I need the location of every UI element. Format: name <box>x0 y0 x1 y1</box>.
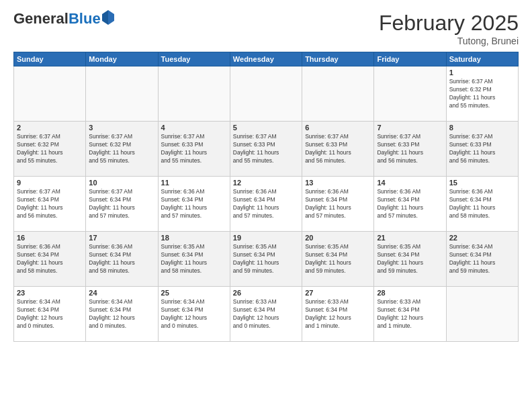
calendar-cell: 15Sunrise: 6:36 AMSunset: 6:34 PMDayligh… <box>446 177 518 232</box>
col-saturday: Saturday <box>446 52 518 66</box>
day-info: Sunrise: 6:36 AMSunset: 6:34 PMDaylight:… <box>17 243 83 275</box>
col-sunday: Sunday <box>14 52 86 66</box>
day-info: Sunrise: 6:34 AMSunset: 6:34 PMDaylight:… <box>89 298 154 330</box>
day-info: Sunrise: 6:34 AMSunset: 6:34 PMDaylight:… <box>17 298 83 330</box>
day-info: Sunrise: 6:36 AMSunset: 6:34 PMDaylight:… <box>233 188 299 220</box>
day-number: 21 <box>377 234 443 242</box>
calendar-cell <box>374 66 446 122</box>
day-info: Sunrise: 6:35 AMSunset: 6:34 PMDaylight:… <box>161 243 227 275</box>
day-number: 23 <box>17 289 83 297</box>
day-number: 25 <box>161 289 227 297</box>
day-number: 24 <box>89 289 154 297</box>
calendar-cell: 18Sunrise: 6:35 AMSunset: 6:34 PMDayligh… <box>158 232 230 287</box>
calendar-cell <box>446 287 518 342</box>
calendar-cell: 21Sunrise: 6:35 AMSunset: 6:34 PMDayligh… <box>374 232 446 287</box>
calendar-cell: 24Sunrise: 6:34 AMSunset: 6:34 PMDayligh… <box>86 287 158 342</box>
calendar-cell: 16Sunrise: 6:36 AMSunset: 6:34 PMDayligh… <box>14 232 86 287</box>
calendar-cell: 11Sunrise: 6:36 AMSunset: 6:34 PMDayligh… <box>158 177 230 232</box>
logo-text: GeneralBlue <box>13 11 114 27</box>
col-wednesday: Wednesday <box>230 52 302 66</box>
day-number: 28 <box>377 289 443 297</box>
day-info: Sunrise: 6:37 AMSunset: 6:34 PMDaylight:… <box>89 188 154 220</box>
calendar-week-1: 2Sunrise: 6:37 AMSunset: 6:32 PMDaylight… <box>14 122 519 177</box>
day-info: Sunrise: 6:37 AMSunset: 6:33 PMDaylight:… <box>305 133 371 165</box>
day-number: 2 <box>17 124 83 132</box>
calendar-week-0: 1Sunrise: 6:37 AMSunset: 6:32 PMDaylight… <box>14 66 519 122</box>
day-info: Sunrise: 6:37 AMSunset: 6:32 PMDaylight:… <box>17 133 83 165</box>
calendar-cell <box>230 66 302 122</box>
day-number: 16 <box>17 234 83 242</box>
calendar-cell <box>158 66 230 122</box>
calendar-cell <box>302 66 374 122</box>
day-info: Sunrise: 6:36 AMSunset: 6:34 PMDaylight:… <box>449 188 515 220</box>
day-info: Sunrise: 6:33 AMSunset: 6:34 PMDaylight:… <box>305 298 371 330</box>
day-number: 10 <box>89 179 154 187</box>
day-info: Sunrise: 6:37 AMSunset: 6:32 PMDaylight:… <box>89 133 154 165</box>
calendar-cell: 19Sunrise: 6:35 AMSunset: 6:34 PMDayligh… <box>230 232 302 287</box>
col-tuesday: Tuesday <box>158 52 230 66</box>
calendar-cell: 6Sunrise: 6:37 AMSunset: 6:33 PMDaylight… <box>302 122 374 177</box>
day-info: Sunrise: 6:33 AMSunset: 6:34 PMDaylight:… <box>377 298 443 330</box>
day-number: 27 <box>305 289 371 297</box>
calendar-cell: 26Sunrise: 6:33 AMSunset: 6:34 PMDayligh… <box>230 287 302 342</box>
day-number: 26 <box>233 289 299 297</box>
day-info: Sunrise: 6:34 AMSunset: 6:34 PMDaylight:… <box>449 243 515 275</box>
col-monday: Monday <box>86 52 158 66</box>
day-number: 15 <box>449 179 515 187</box>
day-info: Sunrise: 6:33 AMSunset: 6:34 PMDaylight:… <box>233 298 299 330</box>
logo-blue: Blue <box>69 10 101 27</box>
calendar: Sunday Monday Tuesday Wednesday Thursday… <box>13 52 519 342</box>
calendar-week-2: 9Sunrise: 6:37 AMSunset: 6:34 PMDaylight… <box>14 177 519 232</box>
day-info: Sunrise: 6:37 AMSunset: 6:32 PMDaylight:… <box>449 78 515 110</box>
day-info: Sunrise: 6:35 AMSunset: 6:34 PMDaylight:… <box>377 243 443 275</box>
calendar-week-3: 16Sunrise: 6:36 AMSunset: 6:34 PMDayligh… <box>14 232 519 287</box>
day-info: Sunrise: 6:35 AMSunset: 6:34 PMDaylight:… <box>233 243 299 275</box>
calendar-cell: 25Sunrise: 6:34 AMSunset: 6:34 PMDayligh… <box>158 287 230 342</box>
calendar-cell: 8Sunrise: 6:37 AMSunset: 6:33 PMDaylight… <box>446 122 518 177</box>
calendar-cell: 27Sunrise: 6:33 AMSunset: 6:34 PMDayligh… <box>302 287 374 342</box>
calendar-cell: 3Sunrise: 6:37 AMSunset: 6:32 PMDaylight… <box>86 122 158 177</box>
calendar-cell: 13Sunrise: 6:36 AMSunset: 6:34 PMDayligh… <box>302 177 374 232</box>
calendar-cell: 23Sunrise: 6:34 AMSunset: 6:34 PMDayligh… <box>14 287 86 342</box>
day-info: Sunrise: 6:36 AMSunset: 6:34 PMDaylight:… <box>305 188 371 220</box>
day-number: 14 <box>377 179 443 187</box>
calendar-week-4: 23Sunrise: 6:34 AMSunset: 6:34 PMDayligh… <box>14 287 519 342</box>
calendar-cell: 5Sunrise: 6:37 AMSunset: 6:33 PMDaylight… <box>230 122 302 177</box>
header-row: Sunday Monday Tuesday Wednesday Thursday… <box>14 52 519 66</box>
calendar-cell: 22Sunrise: 6:34 AMSunset: 6:34 PMDayligh… <box>446 232 518 287</box>
day-info: Sunrise: 6:35 AMSunset: 6:34 PMDaylight:… <box>305 243 371 275</box>
calendar-cell: 2Sunrise: 6:37 AMSunset: 6:32 PMDaylight… <box>14 122 86 177</box>
day-info: Sunrise: 6:37 AMSunset: 6:33 PMDaylight:… <box>449 133 515 165</box>
day-info: Sunrise: 6:36 AMSunset: 6:34 PMDaylight:… <box>377 188 443 220</box>
day-number: 9 <box>17 179 83 187</box>
logo: GeneralBlue <box>13 11 114 27</box>
day-number: 7 <box>377 124 443 132</box>
day-number: 6 <box>305 124 371 132</box>
calendar-cell: 20Sunrise: 6:35 AMSunset: 6:34 PMDayligh… <box>302 232 374 287</box>
title-location: Tutong, Brunei <box>379 36 519 46</box>
day-number: 11 <box>161 179 227 187</box>
logo-icon <box>102 10 114 25</box>
day-number: 1 <box>449 68 515 77</box>
day-number: 5 <box>233 124 299 132</box>
calendar-cell: 28Sunrise: 6:33 AMSunset: 6:34 PMDayligh… <box>374 287 446 342</box>
calendar-cell: 7Sunrise: 6:37 AMSunset: 6:33 PMDaylight… <box>374 122 446 177</box>
page: GeneralBlue February 2025 Tutong, Brunei… <box>0 0 532 411</box>
calendar-cell: 9Sunrise: 6:37 AMSunset: 6:34 PMDaylight… <box>14 177 86 232</box>
logo-general: General <box>13 10 69 27</box>
day-number: 19 <box>233 234 299 242</box>
calendar-cell: 17Sunrise: 6:36 AMSunset: 6:34 PMDayligh… <box>86 232 158 287</box>
day-info: Sunrise: 6:37 AMSunset: 6:34 PMDaylight:… <box>17 188 83 220</box>
day-info: Sunrise: 6:36 AMSunset: 6:34 PMDaylight:… <box>89 243 154 275</box>
day-number: 4 <box>161 124 227 132</box>
day-number: 22 <box>449 234 515 242</box>
day-number: 3 <box>89 124 154 132</box>
calendar-cell: 4Sunrise: 6:37 AMSunset: 6:33 PMDaylight… <box>158 122 230 177</box>
day-info: Sunrise: 6:37 AMSunset: 6:33 PMDaylight:… <box>161 133 227 165</box>
calendar-cell <box>14 66 86 122</box>
day-info: Sunrise: 6:37 AMSunset: 6:33 PMDaylight:… <box>377 133 443 165</box>
day-info: Sunrise: 6:37 AMSunset: 6:33 PMDaylight:… <box>233 133 299 165</box>
title-month: February 2025 <box>379 11 519 36</box>
title-block: February 2025 Tutong, Brunei <box>379 11 519 46</box>
calendar-cell <box>86 66 158 122</box>
